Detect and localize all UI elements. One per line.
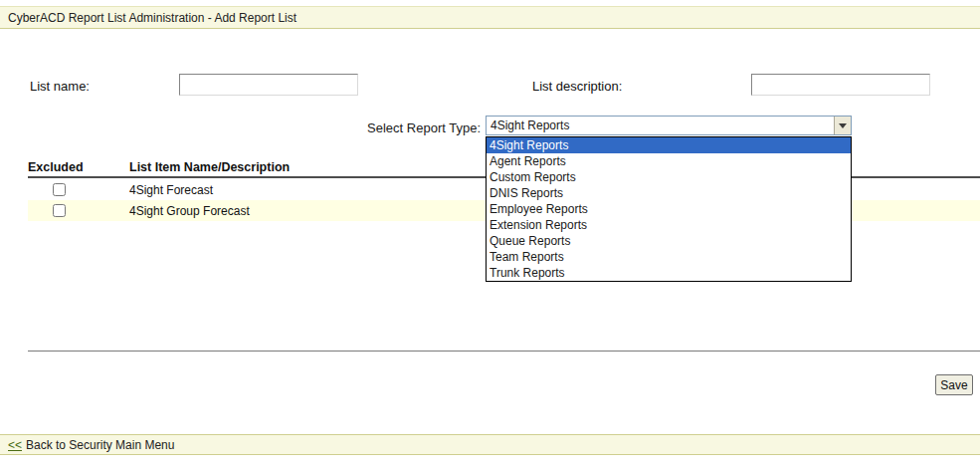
report-type-option[interactable]: Trunk Reports — [487, 265, 851, 281]
list-description-label: List description: — [532, 79, 622, 94]
page-title: CyberACD Report List Administration - Ad… — [8, 11, 296, 25]
report-type-value: 4Sight Reports — [487, 117, 834, 134]
report-type-option[interactable]: Custom Reports — [487, 169, 851, 185]
back-to-security-link[interactable]: <<Back to Security Main Menu — [8, 438, 174, 452]
list-item-name: 4Sight Forecast — [129, 183, 213, 197]
report-type-option[interactable]: Employee Reports — [487, 201, 851, 217]
list-name-input[interactable] — [179, 74, 358, 96]
report-type-combobox[interactable]: 4Sight Reports — [486, 116, 852, 135]
excluded-checkbox[interactable] — [53, 183, 66, 196]
footer-bar: <<Back to Security Main Menu — [0, 434, 980, 455]
report-type-options: 4Sight ReportsAgent ReportsCustom Report… — [486, 136, 852, 282]
column-header-name: List Item Name/Description — [129, 160, 290, 174]
list-item-name: 4Sight Group Forecast — [129, 204, 250, 218]
column-header-excluded: Excluded — [28, 160, 84, 174]
report-type-option[interactable]: Agent Reports — [487, 153, 851, 169]
excluded-checkbox[interactable] — [53, 204, 66, 217]
save-button[interactable]: Save — [935, 374, 973, 395]
save-button-label: Save — [940, 378, 967, 392]
dropdown-arrow-button[interactable] — [834, 117, 851, 134]
report-type-label: Select Report Type: — [328, 120, 481, 135]
page-title-bar: CyberACD Report List Administration - Ad… — [0, 6, 980, 29]
report-type-option[interactable]: DNIS Reports — [487, 185, 851, 201]
list-description-input[interactable] — [751, 74, 930, 96]
chevron-down-icon — [839, 123, 847, 128]
back-link-label: Back to Security Main Menu — [26, 438, 174, 452]
report-type-option[interactable]: Extension Reports — [487, 217, 851, 233]
list-name-label: List name: — [30, 79, 90, 94]
report-type-option[interactable]: Queue Reports — [487, 233, 851, 249]
report-type-option[interactable]: 4Sight Reports — [487, 137, 851, 153]
back-link-prefix: << — [8, 438, 22, 452]
report-type-option[interactable]: Team Reports — [487, 249, 851, 265]
table-bottom-rule — [28, 351, 980, 352]
